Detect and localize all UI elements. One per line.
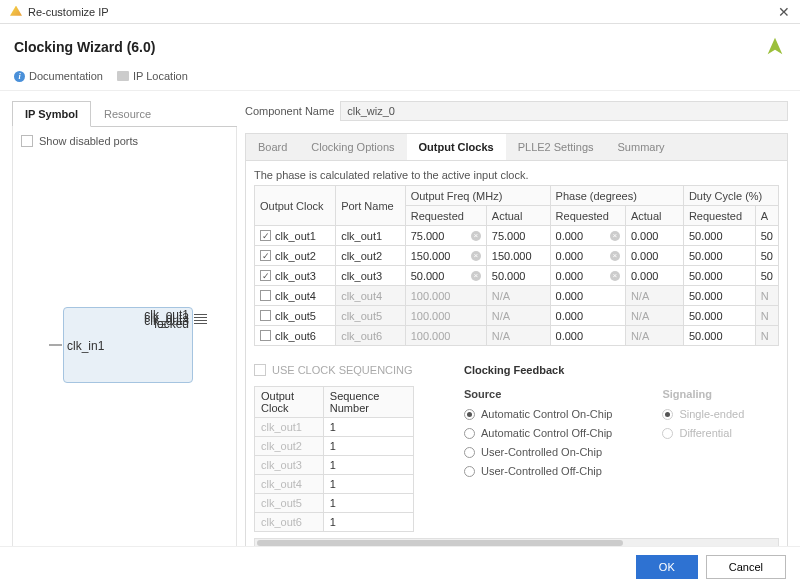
th-duty: Duty Cycle (%) bbox=[683, 186, 778, 206]
enable-checkbox[interactable] bbox=[260, 310, 271, 321]
app-icon bbox=[10, 6, 22, 18]
radio-icon bbox=[464, 428, 475, 439]
info-icon: i bbox=[14, 71, 25, 82]
th-duty-act: A bbox=[755, 206, 778, 226]
enable-checkbox[interactable]: ✓ bbox=[260, 250, 271, 261]
source-column: Source Automatic Control On-Chip Automat… bbox=[464, 388, 612, 484]
clear-icon[interactable]: × bbox=[471, 251, 481, 261]
radio-icon bbox=[464, 466, 475, 477]
phase-note: The phase is calculated relative to the … bbox=[254, 169, 779, 181]
tab-ip-symbol[interactable]: IP Symbol bbox=[12, 101, 91, 127]
radio-icon bbox=[662, 428, 673, 439]
header: Clocking Wizard (6.0) bbox=[0, 24, 800, 66]
tab-board[interactable]: Board bbox=[246, 134, 299, 160]
seq-row: clk_out51 bbox=[255, 494, 414, 513]
radio-icon bbox=[662, 409, 673, 420]
source-option-1[interactable]: Automatic Control Off-Chip bbox=[464, 427, 612, 439]
signaling-option-0: Single-ended bbox=[662, 408, 744, 420]
footer: OK Cancel bbox=[0, 546, 800, 587]
ip-location-label: IP Location bbox=[133, 70, 188, 82]
tab-plle2-settings[interactable]: PLLE2 Settings bbox=[506, 134, 606, 160]
cancel-button[interactable]: Cancel bbox=[706, 555, 786, 579]
port-clk-out3: clk_out3 bbox=[194, 320, 207, 321]
show-disabled-checkbox[interactable] bbox=[21, 135, 33, 147]
right-panel: Component Name Board Clocking Options Ou… bbox=[245, 101, 788, 571]
folder-icon bbox=[117, 71, 129, 81]
documentation-label: Documentation bbox=[29, 70, 103, 82]
th-output-clock: Output Clock bbox=[255, 186, 336, 226]
seq-row: clk_out41 bbox=[255, 475, 414, 494]
left-panel: IP Symbol Resource Show disabled ports c… bbox=[12, 101, 237, 571]
seq-th-num: Sequence Number bbox=[323, 387, 413, 418]
th-phase-req: Requested bbox=[550, 206, 625, 226]
window-title: Re-customize IP bbox=[28, 6, 109, 18]
th-port-name: Port Name bbox=[336, 186, 406, 226]
use-clock-sequencing-label: USE CLOCK SEQUENCING bbox=[272, 364, 413, 376]
component-name-row: Component Name bbox=[245, 101, 788, 121]
signaling-column: Signaling Single-ended Differential bbox=[662, 388, 744, 484]
sequencing-section: USE CLOCK SEQUENCING Output Clock Sequen… bbox=[254, 364, 434, 532]
component-name-label: Component Name bbox=[245, 105, 334, 117]
th-freq-req: Requested bbox=[405, 206, 486, 226]
ok-button[interactable]: OK bbox=[636, 555, 698, 579]
tab-summary[interactable]: Summary bbox=[606, 134, 677, 160]
radio-icon bbox=[464, 409, 475, 420]
table-row: clk_out6clk_out6100.000N/A0.000N/A50.000… bbox=[255, 326, 779, 346]
show-disabled-row: Show disabled ports bbox=[21, 135, 228, 147]
source-option-2[interactable]: User-Controlled On-Chip bbox=[464, 446, 612, 458]
clear-icon[interactable]: × bbox=[610, 271, 620, 281]
output-clocks-table: Output Clock Port Name Output Freq (MHz)… bbox=[254, 185, 779, 346]
right-tabs: Board Clocking Options Output Clocks PLL… bbox=[245, 133, 788, 160]
ip-location-link[interactable]: IP Location bbox=[117, 70, 188, 82]
radio-icon bbox=[464, 447, 475, 458]
th-duty-req: Requested bbox=[683, 206, 755, 226]
component-name-input[interactable] bbox=[340, 101, 788, 121]
enable-checkbox[interactable] bbox=[260, 290, 271, 301]
block-diagram: clk_in1 clk_out1 clk_out2 clk_out3 locke… bbox=[48, 307, 208, 383]
clear-icon[interactable]: × bbox=[471, 231, 481, 241]
table-row: clk_out5clk_out5100.000N/A0.000N/A50.000… bbox=[255, 306, 779, 326]
page-title: Clocking Wizard (6.0) bbox=[14, 39, 155, 55]
vendor-logo-icon bbox=[764, 36, 786, 58]
clear-icon[interactable]: × bbox=[610, 231, 620, 241]
port-clk-in1: clk_in1 bbox=[49, 345, 62, 346]
clear-icon[interactable]: × bbox=[471, 271, 481, 281]
signaling-label: Signaling bbox=[662, 388, 744, 400]
feedback-title: Clocking Feedback bbox=[464, 364, 779, 376]
seq-th-clock: Output Clock bbox=[255, 387, 324, 418]
toolbar: i Documentation IP Location bbox=[0, 66, 800, 91]
enable-checkbox[interactable]: ✓ bbox=[260, 230, 271, 241]
use-clock-sequencing-checkbox[interactable] bbox=[254, 364, 266, 376]
port-clk-out2: clk_out2 bbox=[194, 317, 207, 318]
source-option-3[interactable]: User-Controlled Off-Chip bbox=[464, 465, 612, 477]
tab-output-clocks[interactable]: Output Clocks bbox=[407, 134, 506, 160]
th-phase-act: Actual bbox=[625, 206, 683, 226]
th-output-freq: Output Freq (MHz) bbox=[405, 186, 550, 206]
documentation-link[interactable]: i Documentation bbox=[14, 70, 103, 82]
enable-checkbox[interactable] bbox=[260, 330, 271, 341]
left-tab-row: IP Symbol Resource bbox=[12, 101, 237, 127]
th-freq-act: Actual bbox=[486, 206, 550, 226]
clear-icon[interactable]: × bbox=[610, 251, 620, 261]
feedback-section: Clocking Feedback Source Automatic Contr… bbox=[464, 364, 779, 532]
tab-clocking-options[interactable]: Clocking Options bbox=[299, 134, 406, 160]
tab-resource[interactable]: Resource bbox=[91, 101, 164, 126]
table-row: clk_out4clk_out4100.000N/A0.000N/A50.000… bbox=[255, 286, 779, 306]
source-option-0[interactable]: Automatic Control On-Chip bbox=[464, 408, 612, 420]
show-disabled-label: Show disabled ports bbox=[39, 135, 138, 147]
th-phase: Phase (degrees) bbox=[550, 186, 683, 206]
port-locked: locked bbox=[194, 323, 207, 324]
seq-row: clk_out61 bbox=[255, 513, 414, 532]
enable-checkbox[interactable]: ✓ bbox=[260, 270, 271, 281]
ip-symbol-panel: Show disabled ports clk_in1 clk_out1 clk… bbox=[12, 127, 237, 571]
ip-block: clk_in1 clk_out1 clk_out2 clk_out3 locke… bbox=[63, 307, 193, 383]
port-clk-out1: clk_out1 bbox=[194, 314, 207, 315]
seq-row: clk_out31 bbox=[255, 456, 414, 475]
seq-row: clk_out21 bbox=[255, 437, 414, 456]
table-row: ✓clk_out3clk_out350.000×50.0000.000×0.00… bbox=[255, 266, 779, 286]
seq-row: clk_out11 bbox=[255, 418, 414, 437]
signaling-option-1: Differential bbox=[662, 427, 744, 439]
output-clocks-content: The phase is calculated relative to the … bbox=[245, 160, 788, 571]
close-icon[interactable]: ✕ bbox=[778, 4, 790, 20]
titlebar: Re-customize IP ✕ bbox=[0, 0, 800, 24]
